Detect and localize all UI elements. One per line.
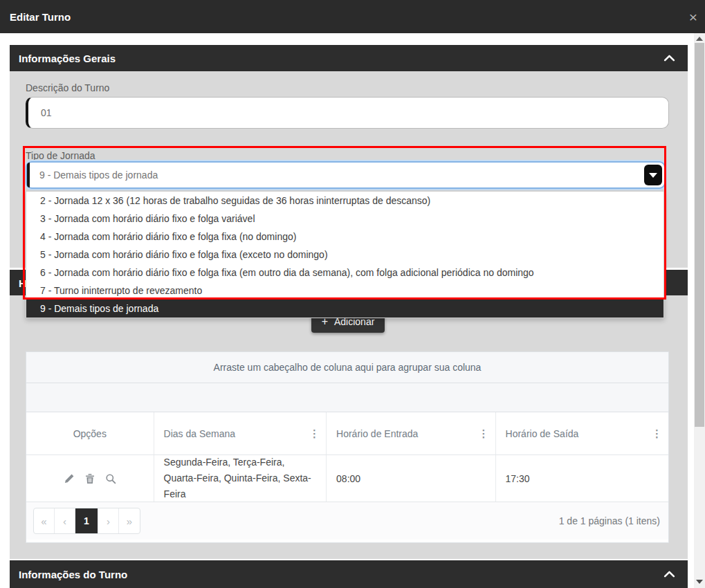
pager-next-button[interactable]: › (98, 508, 119, 533)
column-header-entrada[interactable]: Horário de Entrada ⋮ (327, 412, 495, 454)
search-icon[interactable] (105, 473, 116, 484)
row-saida-cell: 17:30 (496, 455, 668, 502)
pager-info: 1 de 1 páginas (1 itens) (559, 515, 660, 526)
scrollbar[interactable] (694, 33, 705, 588)
pager-buttons: « ‹ 1 › » (33, 508, 140, 534)
modal-titlebar: Editar Turno × (0, 0, 705, 33)
grid-pager: « ‹ 1 › » 1 de 1 páginas (1 itens) (26, 502, 668, 540)
descricao-input[interactable] (26, 97, 669, 129)
column-header-saida[interactable]: Horário de Saída ⋮ (496, 412, 668, 454)
scroll-up-icon[interactable] (696, 37, 703, 41)
column-header-opcoes[interactable]: Opções (26, 412, 154, 454)
pager-page-1-button[interactable]: 1 (75, 508, 98, 533)
dropdown-option[interactable]: 5 - Jornada com horário diário fixo e fo… (26, 246, 663, 264)
close-icon[interactable]: × (689, 10, 697, 24)
section-header-informacoes-gerais[interactable]: Informações Gerais (10, 45, 688, 71)
pager-last-button[interactable]: » (119, 508, 140, 533)
chevron-up-icon[interactable] (663, 571, 675, 578)
edit-shift-modal: Editar Turno × Informações Gerais Descri… (0, 0, 705, 588)
delete-icon[interactable] (85, 473, 95, 484)
row-entrada-cell: 08:00 (327, 455, 495, 502)
scroll-down-icon[interactable] (696, 580, 703, 584)
group-panel[interactable]: Arraste um cabeçalho de coluna aqui para… (26, 352, 668, 383)
grid-toolbar-strip (26, 383, 668, 412)
row-dias-cell: Segunda-Feira, Terça-Feira, Quarta-Feira… (154, 455, 327, 502)
horarios-grid: Arraste um cabeçalho de coluna aqui para… (26, 351, 669, 543)
section-title: Informações Gerais (19, 53, 116, 64)
pager-first-button[interactable]: « (34, 508, 55, 533)
column-label: Horário de Entrada (336, 428, 418, 439)
column-label: Horário de Saída (506, 428, 579, 439)
modal-title: Editar Turno (10, 11, 71, 23)
scrollbar-thumb[interactable] (695, 43, 704, 427)
column-label: Opções (73, 428, 107, 439)
dropdown-option-selected[interactable]: 9 - Demais tipos de jornada (26, 300, 663, 318)
tipo-jornada-options-list: 2 - Jornada 12 x 36 (12 horas de trabalh… (26, 191, 664, 318)
column-menu-icon[interactable]: ⋮ (309, 428, 320, 440)
column-label: Dias da Semana (164, 428, 236, 439)
row-options-cell (26, 455, 154, 502)
section-title: Informações do Turno (19, 569, 127, 580)
dropdown-caret-button[interactable] (644, 165, 662, 185)
tipo-jornada-select[interactable]: 9 - Demais tipos de jornada (26, 161, 666, 189)
dropdown-option[interactable]: 4 - Jornada com horário diário fixo e fo… (26, 228, 663, 246)
descricao-label: Descrição do Turno (26, 82, 109, 93)
group-hint: Arraste um cabeçalho de coluna aqui para… (214, 362, 482, 373)
grid-header-row: Opções Dias da Semana ⋮ Horário de Entra… (26, 412, 668, 455)
edit-icon[interactable] (64, 473, 75, 484)
dropdown-option[interactable]: 3 - Jornada com horário diário fixo e fo… (26, 210, 663, 228)
selected-value: 9 - Demais tipos de jornada (39, 169, 158, 181)
pager-prev-button[interactable]: ‹ (55, 508, 75, 533)
column-menu-icon[interactable]: ⋮ (652, 428, 662, 440)
column-menu-icon[interactable]: ⋮ (479, 428, 489, 440)
chevron-up-icon[interactable] (663, 55, 675, 62)
caret-down-icon (649, 173, 657, 178)
dropdown-option[interactable]: 2 - Jornada 12 x 36 (12 horas de trabalh… (26, 192, 663, 210)
tipo-jornada-label: Tipo de Jornada (26, 150, 95, 161)
dropdown-option[interactable]: 7 - Turno ininterrupto de revezamento (26, 282, 663, 300)
table-row: Segunda-Feira, Terça-Feira, Quarta-Feira… (26, 455, 668, 502)
dropdown-option[interactable]: 6 - Jornada com horário diário fixo e fo… (26, 264, 663, 282)
section-header-informacoes-do-turno[interactable]: Informações do Turno (10, 560, 688, 588)
column-header-dias[interactable]: Dias da Semana ⋮ (154, 412, 327, 454)
